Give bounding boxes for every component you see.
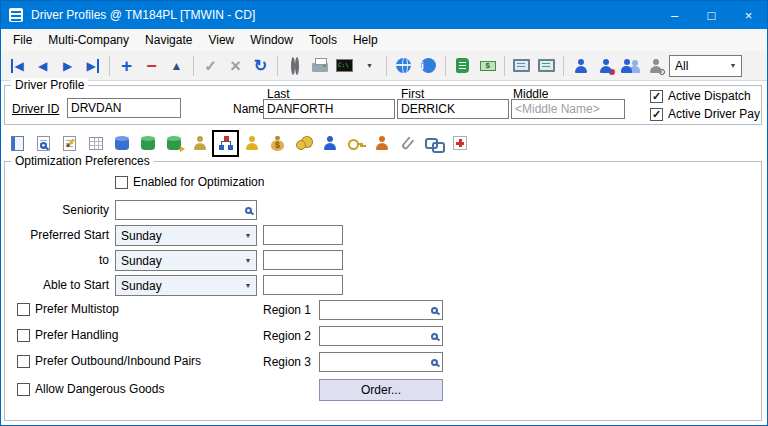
search-page-icon[interactable] — [32, 132, 55, 155]
monitor-report-icon[interactable] — [535, 54, 558, 77]
preferred-start-time-input[interactable] — [263, 225, 343, 245]
preferred-start-select[interactable]: Sunday ▼ — [115, 225, 257, 246]
active-dispatch-checkbox[interactable]: ✓ Active Dispatch — [650, 89, 751, 103]
driver-gold-icon[interactable] — [188, 132, 211, 155]
status-dot — [609, 69, 615, 75]
notebook-icon[interactable] — [6, 132, 29, 155]
active-driver-pay-checkbox[interactable]: ✓ Active Driver Pay — [650, 107, 760, 121]
menu-item-multi-company[interactable]: Multi-Company — [40, 30, 137, 50]
driver-remove-icon[interactable] — [594, 54, 617, 77]
menu-item-help[interactable]: Help — [345, 30, 386, 50]
able-to-start-time-input[interactable] — [263, 275, 343, 295]
maximize-button[interactable]: □ — [693, 1, 730, 29]
toolbar-separator — [504, 56, 505, 76]
driver-id-label[interactable]: Driver ID — [12, 102, 59, 116]
middle-name-input[interactable] — [511, 99, 625, 119]
lookup-icon[interactable] — [240, 201, 256, 219]
first-name-input[interactable] — [397, 99, 509, 119]
ok-icon[interactable] — [199, 54, 222, 77]
lookup-icon[interactable] — [426, 353, 442, 371]
money-bag-glyph — [271, 140, 284, 151]
region3-label: Region 3 — [263, 355, 311, 369]
console-icon[interactable] — [333, 54, 356, 77]
drivers-icon[interactable] — [619, 54, 642, 77]
print-icon[interactable] — [308, 54, 331, 77]
region1-input[interactable] — [320, 303, 426, 317]
region2-input[interactable] — [320, 329, 426, 343]
menu-item-navigate[interactable]: Navigate — [137, 30, 200, 50]
allow-dangerous-goods-checkbox[interactable]: Allow Dangerous Goods — [17, 382, 164, 396]
region1-lookup-field[interactable] — [319, 300, 443, 320]
able-to-start-value: Sunday — [116, 279, 240, 293]
link-icon[interactable] — [422, 132, 445, 155]
last-name-input[interactable] — [263, 99, 395, 119]
menu-item-tools[interactable]: Tools — [301, 30, 345, 50]
ledger-icon[interactable] — [451, 54, 474, 77]
region2-lookup-field[interactable] — [319, 326, 443, 346]
driver-find-icon[interactable] — [644, 54, 667, 77]
minimize-button[interactable]: – — [656, 1, 693, 29]
menu-item-view[interactable]: View — [200, 30, 242, 50]
monitor-report-glyph — [538, 59, 555, 72]
save-record-icon[interactable] — [165, 54, 188, 77]
lookup-icon[interactable] — [426, 301, 442, 319]
checkbox-box — [17, 329, 30, 342]
cancel-icon[interactable] — [224, 54, 247, 77]
able-to-start-select[interactable]: Sunday ▼ — [115, 275, 257, 296]
preferred-end-select[interactable]: Sunday ▼ — [115, 250, 257, 271]
region3-input[interactable] — [320, 355, 426, 369]
first-aid-icon[interactable] — [448, 132, 471, 155]
add-record-icon[interactable] — [115, 54, 138, 77]
paperclip-icon[interactable] — [396, 132, 419, 155]
checkbox-label: Enabled for Optimization — [133, 175, 264, 189]
region1-label: Region 1 — [263, 303, 311, 317]
preferred-end-time-input[interactable] — [263, 250, 343, 270]
first-record-icon[interactable] — [6, 54, 29, 77]
next-record-icon[interactable] — [56, 54, 79, 77]
driver-blue-icon[interactable] — [318, 132, 341, 155]
seniority-input[interactable] — [116, 203, 240, 217]
record-filter-combobox[interactable]: All ▼ — [669, 55, 742, 77]
key-icon[interactable] — [344, 132, 367, 155]
region3-lookup-field[interactable] — [319, 352, 443, 372]
driver-id-input[interactable] — [67, 98, 181, 118]
driver-orange-icon[interactable] — [370, 132, 393, 155]
database-export-glyph — [167, 138, 181, 150]
database-export-icon[interactable] — [162, 132, 185, 155]
coins-icon[interactable] — [292, 132, 315, 155]
driver-yellow-icon[interactable] — [240, 132, 263, 155]
refresh-icon[interactable] — [249, 54, 272, 77]
schedule-grid-icon[interactable] — [84, 132, 107, 155]
toolbar-separator — [109, 56, 110, 76]
close-button[interactable]: × — [730, 1, 767, 29]
prefer-multistop-checkbox[interactable]: Prefer Multistop — [17, 302, 119, 316]
lookup-icon[interactable] — [426, 327, 442, 345]
prefer-outbound-inbound-checkbox[interactable]: Prefer Outbound/Inbound Pairs — [17, 354, 201, 368]
monitor-icon[interactable] — [510, 54, 533, 77]
driver-icon[interactable] — [569, 54, 592, 77]
globe-glyph — [396, 58, 411, 73]
web-icon[interactable] — [392, 54, 415, 77]
binoculars-icon[interactable] — [283, 54, 306, 77]
prefer-handling-checkbox[interactable]: Prefer Handling — [17, 328, 118, 342]
optimization-preferences-group: Optimization Preferences Enabled for Opt… — [4, 161, 762, 421]
enabled-for-optimization-checkbox[interactable]: Enabled for Optimization — [115, 175, 264, 189]
database-blue-icon[interactable] — [110, 132, 133, 155]
database-green-icon[interactable] — [136, 132, 159, 155]
menu-item-window[interactable]: Window — [242, 30, 301, 50]
previous-record-icon[interactable] — [31, 54, 54, 77]
app-icon[interactable] — [9, 8, 23, 22]
magnifier-glyph — [431, 359, 438, 366]
edit-page-icon[interactable] — [58, 132, 81, 155]
money-bag-icon[interactable] — [266, 132, 289, 155]
binoculars-glyph — [291, 59, 299, 73]
info-icon[interactable] — [417, 54, 440, 77]
last-record-icon[interactable] — [81, 54, 104, 77]
seniority-lookup-field[interactable] — [115, 200, 257, 220]
order-button[interactable]: Order... — [319, 379, 443, 401]
menu-item-file[interactable]: File — [5, 30, 40, 50]
optimization-icon[interactable] — [214, 132, 237, 155]
money-icon[interactable] — [476, 54, 499, 77]
console-dropdown-icon[interactable] — [358, 54, 381, 77]
delete-record-icon[interactable] — [140, 54, 163, 77]
